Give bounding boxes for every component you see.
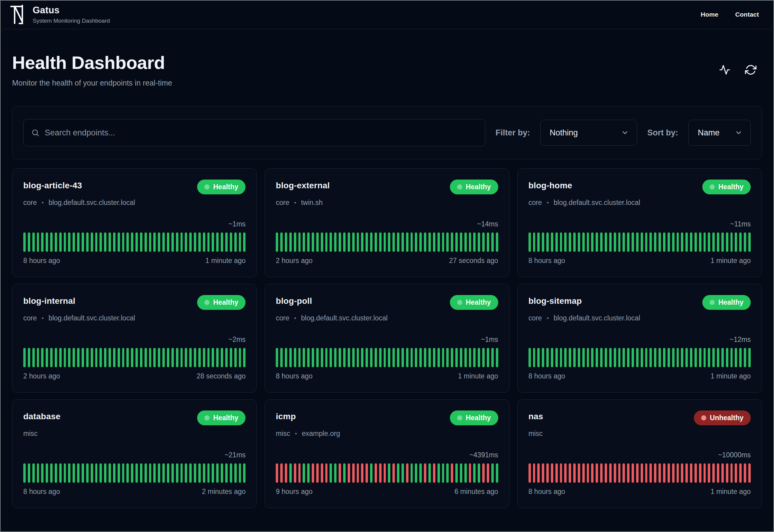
uptime-bar-down	[694, 463, 697, 483]
uptime-bar-up	[285, 348, 287, 367]
uptime-bar-up	[207, 232, 210, 252]
nav-link-contact[interactable]: Contact	[735, 11, 759, 18]
status-badge: Healthy	[197, 180, 246, 194]
uptime-bar-up	[73, 348, 75, 367]
endpoint-name: database	[23, 410, 60, 421]
uptime-bar-up	[708, 232, 710, 252]
uptime-bar-down	[542, 463, 544, 483]
dot-separator-icon: •	[547, 315, 549, 322]
uptime-bar-down	[681, 463, 683, 483]
oldest-timestamp: 2 hours ago	[276, 257, 312, 265]
uptime-bar-up	[162, 463, 165, 483]
uptime-bar-up	[194, 348, 196, 367]
uptime-bar-up	[478, 463, 480, 483]
uptime-bar-down	[321, 463, 323, 483]
endpoint-card[interactable]: icmp Healthy misc • example.org ~4391ms …	[265, 399, 509, 508]
uptime-bar-down	[699, 463, 701, 483]
uptime-bar-up	[145, 348, 147, 367]
endpoint-card[interactable]: blog-external Healthy core • twin.sh ~14…	[265, 168, 509, 277]
uptime-bar-up	[735, 232, 737, 252]
uptime-bar-up	[73, 463, 75, 483]
response-time: ~1ms	[23, 220, 246, 228]
response-time: ~14ms	[276, 220, 498, 228]
uptime-bar-up	[50, 232, 53, 252]
uptime-bar-up	[203, 232, 205, 252]
uptime-bar-up	[402, 463, 404, 483]
uptime-bar-up	[537, 232, 540, 252]
refresh-icon[interactable]	[745, 64, 756, 76]
search-input[interactable]	[23, 119, 485, 146]
uptime-bar-up	[176, 232, 178, 252]
uptime-bar-down	[555, 463, 558, 483]
uptime-bar-up	[533, 232, 535, 252]
uptime-bar-up	[537, 348, 540, 367]
endpoint-name: nas	[528, 410, 543, 421]
uptime-bar-up	[37, 348, 39, 367]
endpoint-card[interactable]: database Healthy misc ~21ms 8 hours ago …	[12, 399, 257, 508]
endpoint-name: blog-internal	[23, 295, 75, 306]
uptime-bar-up	[312, 348, 314, 367]
uptime-bar-up	[99, 463, 102, 483]
sort-select[interactable]: Name	[688, 120, 751, 146]
uptime-bar-up	[343, 232, 346, 252]
uptime-bar-down	[623, 463, 625, 483]
nav-link-home[interactable]: Home	[701, 11, 718, 18]
uptime-bar-up	[189, 348, 192, 367]
uptime-bar-up	[551, 232, 553, 252]
endpoint-card[interactable]: blog-article-43 Healthy core • blog.defa…	[12, 168, 257, 277]
uptime-bar-up	[321, 232, 323, 252]
response-time: ~4391ms	[276, 451, 498, 459]
uptime-bar-up	[641, 348, 643, 367]
uptime-bar-up	[149, 463, 151, 483]
endpoint-hostname: twin.sh	[301, 199, 323, 207]
uptime-bar-up	[491, 463, 494, 483]
uptime-bar-up	[605, 348, 607, 367]
uptime-bar-up	[203, 463, 205, 483]
dot-separator-icon: •	[42, 199, 44, 206]
status-dot-icon	[701, 415, 706, 420]
endpoint-card[interactable]: blog-internal Healthy core • blog.defaul…	[12, 284, 257, 393]
uptime-bar-down	[528, 463, 531, 483]
uptime-bar-down	[348, 463, 350, 483]
activity-icon[interactable]	[719, 64, 730, 76]
uptime-bar-up	[216, 232, 219, 252]
uptime-bar-up	[212, 463, 214, 483]
uptime-bar-up	[482, 348, 485, 367]
uptime-bar-up	[225, 463, 228, 483]
uptime-bar-up	[618, 232, 621, 252]
uptime-bar-up	[243, 463, 246, 483]
uptime-bar-up	[717, 232, 719, 252]
uptime-bar-down	[748, 463, 751, 483]
status-label: Healthy	[213, 414, 238, 422]
status-dot-icon	[710, 184, 715, 190]
endpoint-card[interactable]: blog-poll Healthy core • blog.default.sv…	[265, 284, 509, 393]
uptime-bar-up	[113, 348, 115, 367]
dot-separator-icon: •	[42, 315, 44, 322]
uptime-bar-up	[726, 232, 728, 252]
uptime-bar-up	[591, 348, 594, 367]
uptime-bar-up	[180, 232, 183, 252]
filter-select[interactable]: Nothing	[540, 120, 637, 146]
endpoint-card[interactable]: blog-sitemap Healthy core • blog.default…	[517, 284, 762, 393]
uptime-bar-up	[126, 348, 129, 367]
uptime-bar-up	[442, 348, 444, 367]
uptime-bar-up	[339, 232, 341, 252]
uptime-bar-up	[578, 348, 580, 367]
status-label: Unhealthy	[710, 414, 743, 422]
uptime-bar-down	[685, 463, 688, 483]
endpoint-card[interactable]: blog-home Healthy core • blog.default.sv…	[517, 168, 762, 277]
uptime-bar-up	[730, 348, 733, 367]
oldest-timestamp: 8 hours ago	[528, 488, 565, 496]
endpoint-card[interactable]: nas Unhealthy misc ~10000ms 8 hours ago …	[517, 399, 762, 508]
status-dot-icon	[204, 300, 210, 305]
uptime-bar-up	[104, 232, 106, 252]
newest-timestamp: 1 minute ago	[458, 372, 498, 380]
uptime-bar-up	[735, 348, 737, 367]
search-icon	[31, 128, 40, 137]
uptime-bar-up	[681, 348, 683, 367]
uptime-bar-up	[321, 348, 323, 367]
uptime-bar-up	[464, 348, 467, 367]
uptime-bar-down	[735, 463, 737, 483]
uptime-bar-up	[316, 348, 319, 367]
newest-timestamp: 2 minutes ago	[202, 488, 246, 496]
